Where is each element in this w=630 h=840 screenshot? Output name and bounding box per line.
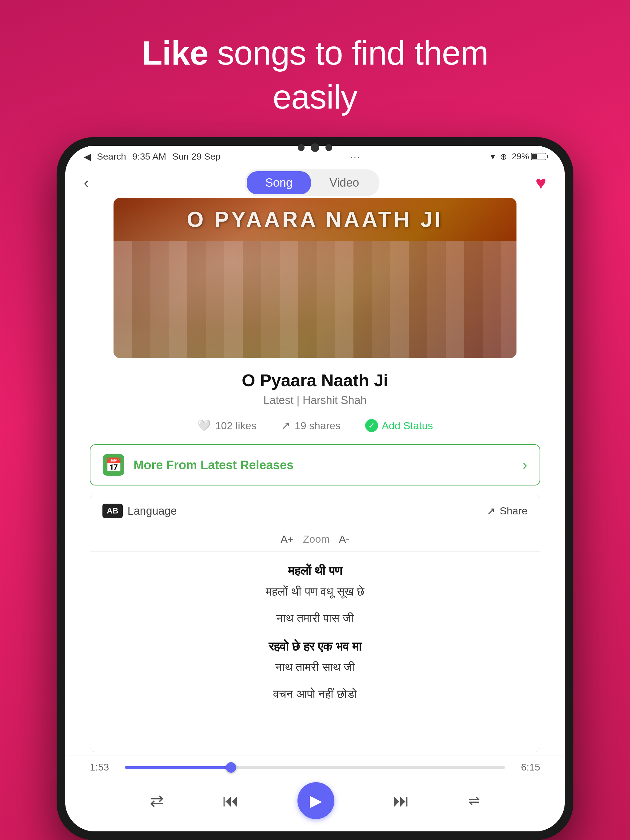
repeat-button[interactable]: ⇄	[150, 791, 164, 810]
camera-dot-right	[326, 144, 332, 151]
status-dots: ···	[350, 151, 361, 162]
lyrics-section-1-title: महलों थी पण	[109, 564, 521, 578]
language-label: Language	[128, 505, 177, 518]
current-time: 1:53	[90, 762, 117, 773]
lyrics-content: महलों थी पण महलों थी पण वधू सूख छे नाथ त…	[90, 552, 540, 752]
shares-count: 19 shares	[295, 420, 340, 432]
lyrics-section: AB Language ↗ Share A+ Zoom A- महलों थी …	[90, 495, 540, 752]
shuffle-button[interactable]: ⇌	[468, 793, 480, 809]
add-status-button[interactable]: ✓ Add Status	[365, 419, 433, 432]
progress-fill	[125, 766, 231, 769]
like-button[interactable]: ♥	[535, 172, 546, 193]
zoom-increase-button[interactable]: A+	[280, 533, 294, 545]
nav-bar: ‹ Song Video ♥	[65, 167, 565, 198]
song-meta: Latest | Harshit Shah	[84, 394, 546, 407]
status-time: 9:35 AM	[132, 151, 166, 162]
next-button[interactable]: ⏭	[393, 791, 410, 810]
screen: ◀ Search 9:35 AM Sun 29 Sep ··· ▾ ⊕ 29%	[65, 146, 565, 831]
play-pause-button[interactable]: ▶	[298, 782, 334, 819]
language-button[interactable]: AB Language	[103, 504, 177, 518]
lyrics-share-button[interactable]: ↗ Share	[487, 505, 527, 517]
calendar-icon: 📅	[103, 454, 124, 476]
camera-dot-main	[311, 143, 319, 152]
ab-icon: AB	[103, 504, 123, 518]
back-nav-label: ◀	[84, 151, 91, 162]
back-button[interactable]: ‹	[84, 174, 89, 192]
status-search-label: Search	[97, 151, 126, 162]
player-controls: ⇄ ⏮ ▶ ⏭ ⇌	[90, 779, 540, 822]
releases-arrow: ›	[522, 457, 527, 472]
song-video-toggle: Song Video	[245, 169, 379, 196]
player-bar: 1:53 6:15 ⇄ ⏮ ▶ ⏭ ⇌	[65, 755, 565, 831]
lyrics-line-1-2: नाथ तमारी पास जी	[109, 610, 521, 627]
status-left: ◀ Search 9:35 AM Sun 29 Sep	[84, 151, 220, 162]
shares-stat: ↗ 19 shares	[281, 419, 340, 432]
heart-icon: 🤍	[197, 419, 211, 432]
status-date: Sun 29 Sep	[172, 151, 220, 162]
tablet-shell: ◀ Search 9:35 AM Sun 29 Sep ··· ▾ ⊕ 29%	[57, 137, 573, 840]
total-time: 6:15	[513, 762, 540, 773]
play-icon: ▶	[310, 791, 322, 810]
album-art: O PYAARA NAATH JI	[114, 198, 516, 358]
share-label: Share	[500, 505, 527, 517]
stats-row: 🤍 102 likes ↗ 19 shares ✓ Add Status	[65, 413, 565, 438]
tab-video[interactable]: Video	[311, 171, 378, 194]
lyrics-section-2-title: रहवो छे हर एक भव मा	[109, 639, 521, 654]
lyrics-line-2-1: नाथ तामरी साथ जी	[109, 658, 521, 676]
lyrics-line-2-2: वचन आपो नहीं छोडो	[109, 685, 521, 703]
wifi-icon: ▾	[491, 152, 495, 162]
add-status-label: Add Status	[382, 420, 433, 432]
lyrics-header: AB Language ↗ Share	[90, 495, 540, 527]
song-info: O Pyaara Naath Ji Latest | Harshit Shah	[65, 358, 565, 413]
releases-banner[interactable]: 📅 More From Latest Releases ›	[90, 444, 540, 485]
battery-percent: 29%	[512, 152, 529, 161]
battery-indicator: 29%	[512, 152, 546, 161]
location-icon: ⊕	[500, 152, 507, 162]
progress-bar[interactable]	[125, 766, 505, 769]
zoom-decrease-button[interactable]: A-	[339, 533, 350, 545]
progress-row: 1:53 6:15	[90, 762, 540, 773]
releases-label: More From Latest Releases	[133, 458, 513, 472]
zoom-label: Zoom	[303, 533, 330, 545]
likes-count: 102 likes	[215, 420, 256, 432]
battery-fill	[532, 154, 537, 159]
likes-stat: 🤍 102 likes	[197, 419, 256, 432]
lyrics-line-1-1: महलों थी पण वधू सूख छे	[109, 583, 521, 600]
tab-song[interactable]: Song	[247, 171, 311, 194]
zoom-row: A+ Zoom A-	[90, 527, 540, 552]
headline-bold: Like	[142, 34, 208, 72]
headline: Like songs to find themeasily	[142, 31, 489, 119]
whatsapp-icon: ✓	[365, 419, 378, 432]
share-icon: ↗	[487, 505, 495, 517]
song-title: O Pyaara Naath Ji	[84, 370, 546, 390]
camera-area	[298, 143, 332, 152]
album-art-title: O PYAARA NAATH JI	[114, 207, 516, 232]
battery-icon	[531, 153, 546, 160]
progress-thumb	[226, 762, 236, 773]
status-right: ▾ ⊕ 29%	[491, 152, 546, 162]
share-icon: ↗	[281, 419, 290, 432]
headline-rest: songs to find themeasily	[208, 34, 488, 115]
camera-dot-left	[298, 144, 304, 151]
prev-button[interactable]: ⏮	[222, 791, 239, 810]
